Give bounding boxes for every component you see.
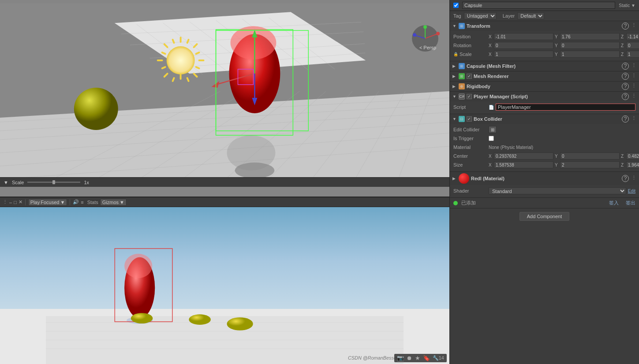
pos-z-input[interactable] xyxy=(626,33,639,40)
scale-slider[interactable] xyxy=(27,182,80,183)
scale-row: 🔒 Scale X Y Z xyxy=(453,50,635,58)
material-info-btn[interactable]: ? xyxy=(622,175,629,182)
material-header-row[interactable]: ▶ Redl (Material) ? ⋮ xyxy=(450,172,639,185)
stats-btn[interactable]: Stats xyxy=(87,200,98,205)
svg-point-48 xyxy=(230,26,276,59)
box-collider-info-btn[interactable]: ? xyxy=(622,115,629,123)
mesh-filter-menu-btn[interactable]: ⋮ xyxy=(632,63,636,70)
edit-collider-btn[interactable]: ⊞ xyxy=(489,126,497,133)
transform-collapse-arrow: ▼ xyxy=(452,24,457,28)
center-z-input[interactable] xyxy=(626,152,639,160)
rigidbody-menu-btn[interactable]: ⋮ xyxy=(632,83,636,90)
scale-y-label: Y xyxy=(555,52,559,57)
shader-select[interactable]: Standard xyxy=(489,187,626,194)
player-manager-enabled[interactable]: ✓ xyxy=(467,94,472,99)
rigidbody-header[interactable]: ▶ ⊕ Rigidbody ? ⋮ xyxy=(450,82,639,91)
pos-y-input[interactable] xyxy=(560,33,620,40)
rot-x-input[interactable] xyxy=(494,42,553,49)
scene-view: < Persp ▼ Scale 1x xyxy=(0,0,449,197)
is-trigger-checkbox[interactable] xyxy=(489,136,494,141)
layer-select[interactable]: Default xyxy=(517,12,544,19)
center-x-input[interactable] xyxy=(494,152,553,160)
scale-y-input[interactable] xyxy=(560,51,620,58)
mute-btn[interactable]: 🔊 xyxy=(73,199,79,205)
size-z-input[interactable] xyxy=(626,161,639,168)
scale-x-input[interactable] xyxy=(494,51,553,58)
edit-material-btn[interactable]: Edit xyxy=(628,189,635,193)
player-manager-menu-btn[interactable]: ⋮ xyxy=(632,93,636,100)
scale-z-input[interactable] xyxy=(626,51,639,58)
pos-x-input[interactable] xyxy=(494,33,553,40)
box-collider-header[interactable]: ▼ ⊟ ✓ Box Collider ? ⋮ xyxy=(450,114,639,124)
record-icon[interactable]: ⏺ xyxy=(407,355,412,361)
material-section: ▶ Redl (Material) ? ⋮ Shader Standard Ed… xyxy=(450,172,639,198)
center-row: Center X Y Z xyxy=(453,152,635,160)
sign-out-btn[interactable]: 签出 xyxy=(626,200,635,206)
shader-row: Shader Standard Edit xyxy=(453,187,635,195)
transform-header[interactable]: ▼ ⊞ Transform ? ⋮ xyxy=(450,21,639,31)
sign-in-btn[interactable]: 签入 xyxy=(609,200,619,206)
dot-menu-icon[interactable]: ⋮ xyxy=(3,199,7,205)
mesh-renderer-menu-btn[interactable]: ⋮ xyxy=(632,73,636,80)
svg-point-65 xyxy=(413,33,416,37)
mesh-renderer-icon: ⊞ xyxy=(459,73,465,79)
minimize-icon[interactable]: – xyxy=(9,200,12,205)
mesh-renderer-info-btn[interactable]: ? xyxy=(622,73,629,80)
player-manager-header[interactable]: ▼ C# ✓ Player Manager (Script) ? ⋮ xyxy=(450,92,639,101)
size-row: Size X Y Z xyxy=(453,161,635,169)
script-value-input[interactable] xyxy=(496,104,635,111)
bottom-actions-row: 已添加 签入 签出 xyxy=(450,198,639,208)
size-x-input[interactable] xyxy=(494,161,553,168)
size-y-input[interactable] xyxy=(560,161,620,168)
pos-y-label: Y xyxy=(555,34,559,39)
active-checkbox[interactable] xyxy=(453,3,459,8)
material-collapse: ▶ xyxy=(452,176,457,181)
center-xyz: X Y Z xyxy=(489,152,639,160)
transform-info-btn[interactable]: ? xyxy=(622,22,629,30)
transform-menu-btn[interactable]: ⋮ xyxy=(632,22,636,30)
add-component-btn[interactable]: Add Component xyxy=(519,212,570,221)
close-icon[interactable]: ✕ xyxy=(19,199,22,205)
material-menu-btn[interactable]: ⋮ xyxy=(632,175,636,182)
center-y-input[interactable] xyxy=(560,152,620,160)
play-focused-btn[interactable]: Play Focused ▼ xyxy=(28,199,67,206)
shader-label: Shader xyxy=(453,188,489,193)
script-value-field: 📄 xyxy=(489,104,635,111)
size-label: Size xyxy=(453,162,489,167)
rotation-row: Rotation X Y Z xyxy=(453,41,635,49)
tag-select[interactable]: Untagged xyxy=(464,12,497,19)
layers-btn[interactable]: ≡ xyxy=(81,200,83,205)
rot-z-input[interactable] xyxy=(626,42,639,49)
scale-xyz: X Y Z xyxy=(489,51,639,58)
edit-collider-label: Edit Collider xyxy=(453,127,489,132)
rot-y-input[interactable] xyxy=(560,42,620,49)
rigidbody-collapse: ▶ xyxy=(452,84,457,89)
mesh-renderer-header[interactable]: ▶ ⊞ ✓ Mesh Renderer ? ⋮ xyxy=(450,71,639,81)
mesh-filter-section: ▶ ⊞ Capsule (Mesh Filter) ? ⋮ xyxy=(450,61,639,71)
svg-point-74 xyxy=(124,254,152,278)
player-manager-icon: C# xyxy=(459,93,465,100)
rigidbody-info-btn[interactable]: ? xyxy=(622,83,629,90)
svg-line-43 xyxy=(162,67,165,68)
star-icon[interactable]: ★ xyxy=(415,355,420,361)
maximize-icon[interactable]: □ xyxy=(14,200,17,205)
box-collider-menu-btn[interactable]: ⋮ xyxy=(632,115,636,123)
scale-z-label: Z xyxy=(621,52,625,57)
scale-y-item: Y xyxy=(555,51,620,58)
center-z-label: Z xyxy=(621,154,625,159)
mesh-renderer-enabled[interactable]: ✓ xyxy=(467,74,472,79)
scene-svg: < Persp xyxy=(0,0,449,187)
svg-text:< Persp: < Persp xyxy=(419,45,436,50)
inspector-panel: Static ▼ Tag Untagged Layer Default ▼ ⊞ … xyxy=(449,0,639,364)
mesh-filter-info-btn[interactable]: ? xyxy=(622,63,629,70)
mesh-filter-header[interactable]: ▶ ⊞ Capsule (Mesh Filter) ? ⋮ xyxy=(450,61,639,71)
bookmark-icon[interactable]: 🔖 xyxy=(423,355,430,361)
box-collider-enabled[interactable]: ✓ xyxy=(467,116,472,122)
static-label: Static ▼ xyxy=(619,3,635,8)
svg-point-45 xyxy=(74,88,118,130)
screenshot-icon[interactable]: 📷 xyxy=(397,355,404,361)
gizmos-btn[interactable]: Gizmos ▼ xyxy=(100,199,127,206)
game-object-name[interactable] xyxy=(462,2,615,9)
player-manager-info-btn[interactable]: ? xyxy=(622,93,629,100)
rotation-label: Rotation xyxy=(453,43,489,48)
